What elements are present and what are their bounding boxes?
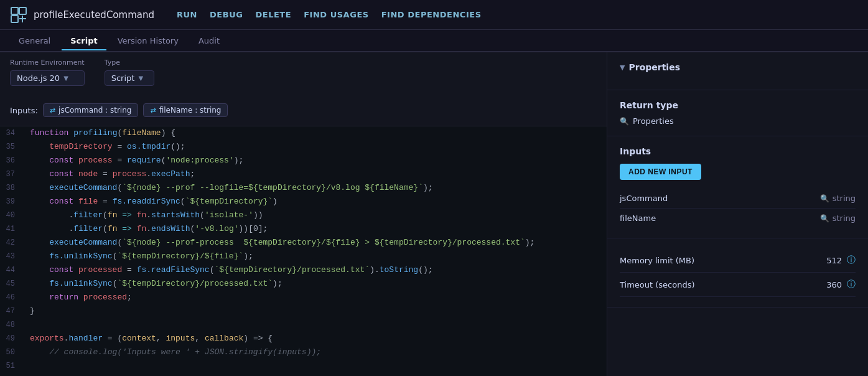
tab-script[interactable]: Script xyxy=(62,32,106,50)
timeout-value-row: 360 ⓘ xyxy=(826,279,856,290)
runtime-select[interactable]: Node.js 20 ▼ xyxy=(10,70,85,86)
line-content: tempDirectory = os.tmpdir(); xyxy=(25,140,607,154)
line-number: 38 xyxy=(0,181,25,195)
tab-general[interactable]: General xyxy=(10,32,59,50)
timeout-value: 360 xyxy=(826,280,842,289)
nav-debug[interactable]: DEBUG xyxy=(210,7,243,22)
input-name-filename: fileName xyxy=(620,214,656,223)
jscommand-badge-label: jsCommand : string xyxy=(58,106,131,115)
properties-chevron-icon: ▼ xyxy=(620,63,625,72)
line-number: 42 xyxy=(0,236,25,250)
code-line: 37 const node = process.execPath; xyxy=(0,167,607,181)
code-line: 35 tempDirectory = os.tmpdir(); xyxy=(0,140,607,154)
jscommand-type-icon: 🔍 xyxy=(820,194,829,203)
code-line: 51 xyxy=(0,359,607,373)
top-nav: RUN DEBUG DELETE FIND USAGES FIND DEPEND… xyxy=(177,7,482,22)
runtime-chevron-icon: ▼ xyxy=(63,75,68,82)
line-content: fs.unlinkSync(`${tempDirectory}/processe… xyxy=(25,277,607,291)
properties-section-header: ▼ Properties xyxy=(607,52,868,90)
nav-delete[interactable]: DELETE xyxy=(255,7,291,22)
svg-rect-0 xyxy=(11,7,18,14)
return-type-search-icon: 🔍 xyxy=(620,117,629,126)
code-area[interactable]: 34function profiling(fileName) {35 tempD… xyxy=(0,126,607,376)
tab-audit[interactable]: Audit xyxy=(190,32,228,50)
memory-info-icon[interactable]: ⓘ xyxy=(847,255,856,266)
code-line: 43 fs.unlinkSync(`${tempDirectory}/${fil… xyxy=(0,250,607,263)
filename-type-value: string xyxy=(833,214,856,223)
code-line: 50 // console.log('Inputs were ' + JSON.… xyxy=(0,345,607,359)
tab-bar: General Script Version History Audit xyxy=(0,30,868,52)
code-line: 45 fs.unlinkSync(`${tempDirectory}/proce… xyxy=(0,277,607,291)
line-number: 48 xyxy=(0,318,25,332)
line-content: fs.unlinkSync(`${tempDirectory}/${file}`… xyxy=(25,250,607,263)
inputs-section: Inputs ADD NEW INPUT jsCommand 🔍 string … xyxy=(607,136,868,238)
line-content: executeCommand(`${node} --prof --logfile… xyxy=(25,181,607,195)
filename-badge-label: fileName : string xyxy=(159,106,222,115)
nav-run[interactable]: RUN xyxy=(177,7,197,22)
runtime-value: Node.js 20 xyxy=(17,73,60,83)
line-content: .filter(fn => fn.startsWith('isolate-')) xyxy=(25,209,607,222)
type-select[interactable]: Script ▼ xyxy=(105,70,154,86)
line-content: } xyxy=(25,304,607,318)
line-content: .filter(fn => fn.endsWith('-v8.log'))[0]… xyxy=(25,222,607,236)
line-content: function profiling(fileName) { xyxy=(25,126,607,140)
inputs-row: Inputs: ⇄ jsCommand : string ⇄ fileName … xyxy=(10,101,228,120)
input-type-filename: 🔍 string xyxy=(820,214,856,223)
line-content xyxy=(25,359,607,373)
inputs-section-title: Inputs xyxy=(620,146,856,156)
input-badge-filename[interactable]: ⇄ fileName : string xyxy=(143,103,228,117)
editor-panel: Runtime Environment Node.js 20 ▼ Type Sc… xyxy=(0,52,607,376)
svg-rect-2 xyxy=(11,16,18,22)
tab-version-history[interactable]: Version History xyxy=(109,32,187,50)
code-line: 44 const processed = fs.readFileSync(`${… xyxy=(0,263,607,277)
line-content: const process = require('node:process'); xyxy=(25,154,607,167)
line-content xyxy=(25,318,607,332)
return-type-value: Properties xyxy=(633,116,674,126)
line-number: 36 xyxy=(0,154,25,167)
code-line: 52 const os = require('node:os'); xyxy=(0,373,607,376)
app-logo-icon xyxy=(10,6,27,24)
line-number: 39 xyxy=(0,195,25,209)
line-number: 35 xyxy=(0,140,25,154)
code-line: 36 const process = require('node:process… xyxy=(0,154,607,167)
line-number: 45 xyxy=(0,277,25,291)
code-line: 47} xyxy=(0,304,607,318)
top-bar: profileExecutedCommand RUN DEBUG DELETE … xyxy=(0,0,868,30)
line-content: // console.log('Inputs were ' + JSON.str… xyxy=(25,345,607,359)
line-content: const node = process.execPath; xyxy=(25,167,607,181)
line-number: 49 xyxy=(0,332,25,345)
line-number: 37 xyxy=(0,167,25,181)
line-number: 51 xyxy=(0,359,25,373)
line-number: 41 xyxy=(0,222,25,236)
line-content: const processed = fs.readFileSync(`${tem… xyxy=(25,263,607,277)
line-number: 50 xyxy=(0,345,25,359)
properties-section-label: Properties xyxy=(628,62,680,72)
properties-panel: ▼ Properties Return type 🔍 Properties In… xyxy=(607,52,868,376)
toolbar-row-selects: Runtime Environment Node.js 20 ▼ Type Sc… xyxy=(10,59,154,86)
type-chevron-icon: ▼ xyxy=(138,75,143,82)
nav-find-deps[interactable]: FIND DEPENDENCIES xyxy=(381,7,482,22)
input-type-jscommand: 🔍 string xyxy=(820,194,856,203)
line-number: 43 xyxy=(0,250,25,263)
code-line: 34function profiling(fileName) { xyxy=(0,126,607,140)
svg-rect-1 xyxy=(19,7,26,14)
return-type-title: Return type xyxy=(620,100,856,110)
app-title: profileExecutedCommand xyxy=(34,9,154,21)
memory-section: Memory limit (MB) 512 ⓘ Timeout (seconds… xyxy=(607,238,868,308)
line-number: 44 xyxy=(0,263,25,277)
line-content: executeCommand(`${node} --prof-process $… xyxy=(25,236,607,250)
properties-collapse-btn[interactable]: ▼ Properties xyxy=(620,62,856,72)
type-label: Type xyxy=(105,59,154,67)
input-badge-jscommand[interactable]: ⇄ jsCommand : string xyxy=(43,103,139,117)
timeout-label: Timeout (seconds) xyxy=(620,280,695,289)
type-value: Script xyxy=(111,73,135,83)
nav-find-usages[interactable]: FIND USAGES xyxy=(304,7,369,22)
code-line: 41 .filter(fn => fn.endsWith('-v8.log'))… xyxy=(0,222,607,236)
code-line: 40 .filter(fn => fn.startsWith('isolate-… xyxy=(0,209,607,222)
code-line: 48 xyxy=(0,318,607,332)
timeout-info-icon[interactable]: ⓘ xyxy=(847,279,856,290)
code-line: 42 executeCommand(`${node} --prof-proces… xyxy=(0,236,607,250)
input-row-jscommand: jsCommand 🔍 string xyxy=(620,189,856,209)
add-new-input-button[interactable]: ADD NEW INPUT xyxy=(620,164,701,180)
line-number: 34 xyxy=(0,126,25,140)
